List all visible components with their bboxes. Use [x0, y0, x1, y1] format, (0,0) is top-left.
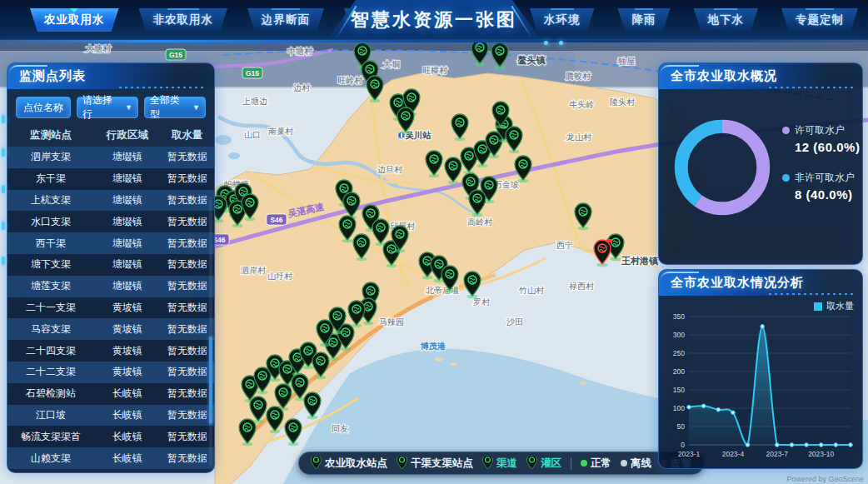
- table-row[interactable]: 马容支渠黄坡镇暂无数据: [7, 318, 214, 340]
- header-tab[interactable]: 降雨: [618, 8, 671, 32]
- map-legend-item[interactable]: 干渠支渠站点: [397, 457, 473, 471]
- header-tab[interactable]: 地下水: [694, 8, 759, 32]
- table-cell: 暂无数据: [161, 150, 214, 164]
- donut-legend: 许可取水户12 (60.0%)非许可取水户8 (40.0%): [782, 123, 860, 202]
- svg-text:150: 150: [673, 386, 685, 394]
- region-select[interactable]: 请选择行 ▼: [77, 97, 138, 118]
- map-legend-item[interactable]: 灌区: [526, 457, 561, 471]
- table-row[interactable]: 二十一支渠黄坡镇暂无数据: [7, 297, 214, 319]
- table-cell: 二十四支渠: [7, 344, 94, 358]
- edge-decor: [2, 115, 5, 123]
- table-header: 监测站点 行政区域 取水量: [7, 124, 214, 147]
- table-row[interactable]: 西干渠塘㙍镇暂无数据: [7, 232, 214, 254]
- col-intake: 取水量: [161, 128, 214, 142]
- status-dot-icon: [581, 460, 587, 467]
- map-label: 高岭村: [467, 217, 493, 227]
- intake-overview-panel: 全市农业取水概况 许可取水户12 (60.0%)非许可取水户8 (40.0%): [658, 62, 863, 265]
- edge-decor: [2, 185, 5, 193]
- header-tab[interactable]: 专题定制: [781, 8, 858, 32]
- table-row[interactable]: 江口坡长岐镇暂无数据: [7, 405, 214, 427]
- table-cell: 上杭支渠: [7, 193, 94, 207]
- monitor-list-title: 监测点列表: [19, 68, 86, 84]
- status-legend-item[interactable]: 正常: [581, 457, 611, 471]
- legend-pin-icon: [397, 457, 407, 470]
- road-shield: G15: [242, 67, 262, 78]
- map-label: 罗村: [473, 297, 491, 307]
- monitor-list-panel: 监测点列表 请选择行 ▼ 全部类型 ▼ 监测站点 行政区域 取水量 泗岸支渠塘㙍…: [7, 62, 215, 473]
- table-cell: 塘㙍镇: [94, 215, 160, 229]
- svg-text:350: 350: [673, 312, 685, 321]
- legend-divider: [571, 457, 571, 470]
- table-row[interactable]: 水口支渠塘㙍镇暂无数据: [7, 211, 214, 232]
- table-cell: 山赖支渠: [7, 452, 94, 466]
- map-label: 山圩村: [267, 272, 293, 281]
- map-label: 中塘村: [287, 47, 313, 56]
- table-cell: 塘㙍镇: [94, 257, 160, 272]
- status-legend-item[interactable]: 离线: [621, 457, 651, 471]
- map-label: 王村港镇: [621, 256, 659, 266]
- col-region: 行政区域: [94, 128, 160, 142]
- svg-text:100: 100: [673, 404, 685, 412]
- table-cell: 黄坡镇: [94, 301, 160, 315]
- donut-legend-item[interactable]: 许可取水户12 (60.0%): [782, 123, 860, 154]
- series-value: 12 (60.0%): [782, 140, 860, 154]
- table-row[interactable]: 山赖支渠长岐镇暂无数据: [7, 447, 214, 469]
- table-cell: 马容支渠: [7, 322, 94, 337]
- road-shield: S46: [267, 214, 287, 225]
- scrollbar-thumb[interactable]: [209, 337, 212, 424]
- point-name-input[interactable]: [16, 97, 71, 118]
- map-label: 旺岭村: [337, 76, 363, 85]
- table-cell: 塘㙍镇: [94, 150, 160, 164]
- table-cell: 暂无数据: [161, 237, 214, 251]
- table-row[interactable]: 泗岸支渠塘㙍镇暂无数据: [7, 147, 214, 168]
- map-label: 腾蛟村: [566, 72, 591, 81]
- svg-text:2023-1: 2023-1: [678, 450, 701, 458]
- map-label: 禄西村: [569, 282, 595, 291]
- table-row[interactable]: 石碧检测站长岐镇暂无数据: [7, 383, 214, 405]
- map-legend-item[interactable]: 渠道: [482, 457, 517, 471]
- table-row[interactable]: 东干渠塘㙍镇暂无数据: [7, 168, 214, 190]
- header-tab[interactable]: 水环境: [530, 8, 595, 32]
- type-select[interactable]: 全部类型 ▼: [144, 97, 206, 118]
- map-legend-label: 渠道: [496, 457, 517, 471]
- table-row[interactable]: 畅流支渠渠首长岐镇暂无数据: [7, 426, 214, 447]
- map-legend-item[interactable]: 农业取水站点: [311, 457, 387, 471]
- header-tab[interactable]: 非农取用水: [139, 8, 228, 32]
- edge-decor: [2, 222, 5, 230]
- status-label: 离线: [631, 457, 651, 471]
- header-tab[interactable]: 农业取用水: [30, 8, 119, 32]
- table-cell: 黄坡镇: [94, 344, 160, 358]
- map-attribution: Powered by GeoScene: [786, 475, 864, 483]
- svg-text:0: 0: [681, 441, 685, 449]
- chevron-down-icon: ▼: [125, 103, 132, 112]
- intake-analysis-header: 全市农业取水情况分析: [659, 270, 862, 296]
- table-cell: 黄坡镇: [94, 365, 160, 379]
- table-cell: 暂无数据: [161, 193, 214, 207]
- table-cell: 长岐镇: [94, 430, 160, 444]
- table-row[interactable]: 上杭支渠塘㙍镇暂无数据: [7, 190, 214, 212]
- road-shield: G15: [166, 49, 186, 60]
- header-tab[interactable]: 边界断面: [247, 8, 324, 32]
- map-label: 大垌: [383, 60, 400, 69]
- table-cell: 江口坡: [7, 408, 94, 422]
- legend-pin-icon: [311, 457, 322, 470]
- map-label: 陵头村: [610, 97, 636, 107]
- map-label: 独屋: [617, 57, 635, 66]
- donut-legend-item[interactable]: 非许可取水户8 (40.0%): [782, 171, 860, 202]
- status-dot-icon: [621, 460, 627, 467]
- donut-chart: [667, 105, 777, 230]
- table-row[interactable]: 塘莲支渠塘㙍镇暂无数据: [7, 276, 214, 297]
- table-row[interactable]: 二十二支渠黄坡镇暂无数据: [7, 362, 214, 383]
- table-cell: 暂无数据: [161, 215, 214, 229]
- map-label: 马辣园: [379, 317, 404, 327]
- intake-analysis-title: 全市农业取水情况分析: [671, 275, 804, 291]
- table-row[interactable]: 二十四支渠黄坡镇暂无数据: [7, 340, 214, 362]
- table-cell: 塘㙍镇: [94, 279, 160, 293]
- svg-text:300: 300: [673, 331, 685, 339]
- map-label: 牛头岭: [569, 100, 594, 109]
- table-row[interactable]: 塘下支渠塘㙍镇暂无数据: [7, 254, 214, 276]
- table-cell: 暂无数据: [161, 452, 214, 466]
- map-legend-label: 干渠支渠站点: [411, 457, 473, 471]
- table-cell: 暂无数据: [161, 387, 214, 401]
- line-chart: 0501001502002503003502023-12023-42023-72…: [666, 308, 857, 465]
